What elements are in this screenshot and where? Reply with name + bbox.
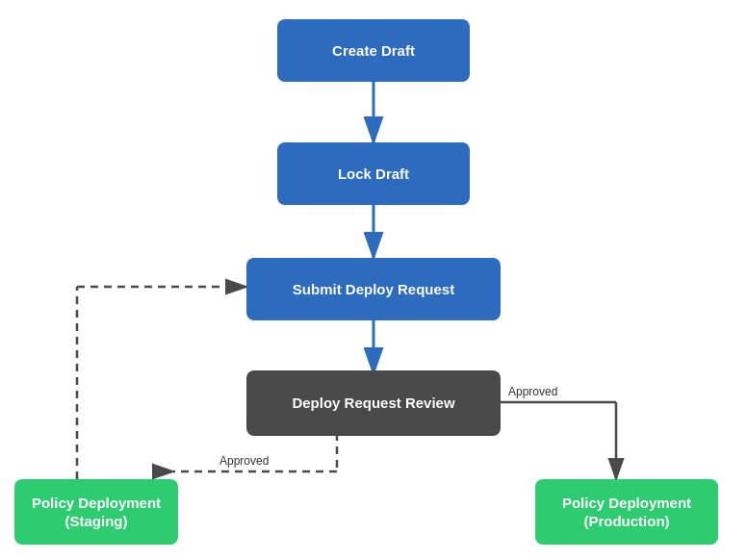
deploy-review-label: Deploy Request Review bbox=[292, 394, 454, 413]
lock-draft-node: Lock Draft bbox=[277, 142, 470, 205]
lock-draft-label: Lock Draft bbox=[338, 165, 409, 184]
create-draft-label: Create Draft bbox=[332, 41, 415, 61]
approved-right-label: Approved bbox=[508, 385, 557, 398]
deploy-review-node: Deploy Request Review bbox=[246, 370, 501, 436]
policy-staging-label: Policy Deployment(Staging) bbox=[32, 494, 161, 531]
create-draft-node: Create Draft bbox=[277, 19, 470, 82]
submit-deploy-node: Submit Deploy Request bbox=[246, 258, 501, 320]
approved-left-label: Approved bbox=[219, 454, 269, 468]
policy-production-node: Policy Deployment(Production) bbox=[535, 479, 718, 545]
policy-staging-node: Policy Deployment(Staging) bbox=[14, 479, 178, 545]
submit-deploy-label: Submit Deploy Request bbox=[293, 280, 454, 299]
policy-production-label: Policy Deployment(Production) bbox=[562, 494, 691, 531]
diagram-container: Create Draft Lock Draft Submit Deploy Re… bbox=[0, 0, 747, 560]
